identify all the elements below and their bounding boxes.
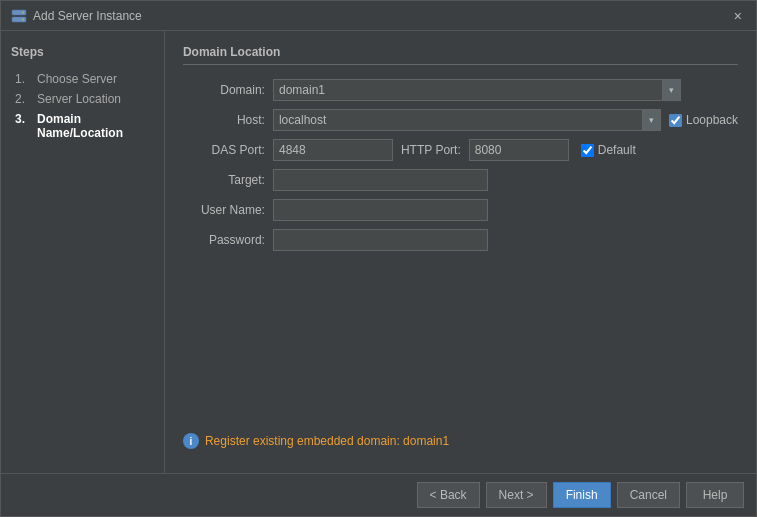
- domain-select-wrapper: ▾: [273, 79, 681, 101]
- sidebar-item-server-location: 2. Server Location: [11, 89, 154, 109]
- username-row: User Name:: [183, 199, 738, 221]
- host-input[interactable]: [273, 109, 643, 131]
- username-input[interactable]: [273, 199, 488, 221]
- password-label: Password:: [183, 233, 265, 247]
- das-port-input[interactable]: [273, 139, 393, 161]
- host-select-wrapper: ▾: [273, 109, 661, 131]
- default-checkbox-label[interactable]: Default: [581, 143, 636, 157]
- svg-point-2: [22, 11, 24, 13]
- default-checkbox[interactable]: [581, 144, 594, 157]
- main-panel: Domain Location Domain: ▾ Host:: [165, 31, 756, 473]
- form-area: Domain: ▾ Host: ▾: [183, 79, 738, 251]
- host-row: Host: ▾ Loopback: [183, 109, 738, 131]
- target-label: Target:: [183, 173, 265, 187]
- finish-button[interactable]: Finish: [553, 482, 611, 508]
- password-row: Password:: [183, 229, 738, 251]
- section-title: Domain Location: [183, 45, 738, 65]
- sidebar-heading: Steps: [11, 45, 154, 59]
- titlebar-left: Add Server Instance: [11, 8, 142, 24]
- domain-row: Domain: ▾: [183, 79, 738, 101]
- target-input[interactable]: [273, 169, 488, 191]
- loopback-checkbox[interactable]: [669, 114, 682, 127]
- password-input[interactable]: [273, 229, 488, 251]
- sidebar-item-choose-server: 1. Choose Server: [11, 69, 154, 89]
- close-button[interactable]: ×: [730, 8, 746, 24]
- domain-input[interactable]: [273, 79, 663, 101]
- default-label-text: Default: [598, 143, 636, 157]
- info-bar: i Register existing embedded domain: dom…: [183, 423, 738, 459]
- das-label: DAS Port:: [183, 143, 265, 157]
- domain-label: Domain:: [183, 83, 265, 97]
- server-icon: [11, 8, 27, 24]
- sidebar: Steps 1. Choose Server 2. Server Locatio…: [1, 31, 165, 473]
- info-message: Register existing embedded domain: domai…: [205, 434, 449, 448]
- loopback-label-text: Loopback: [686, 113, 738, 127]
- next-button[interactable]: Next >: [486, 482, 547, 508]
- domain-dropdown-arrow[interactable]: ▾: [663, 79, 681, 101]
- dialog-title: Add Server Instance: [33, 9, 142, 23]
- sidebar-item-domain-location: 3. Domain Name/Location: [11, 109, 154, 143]
- content: Steps 1. Choose Server 2. Server Locatio…: [1, 31, 756, 473]
- http-port-input[interactable]: [469, 139, 569, 161]
- cancel-button[interactable]: Cancel: [617, 482, 680, 508]
- dialog: Add Server Instance × Steps 1. Choose Se…: [0, 0, 757, 517]
- footer: < Back Next > Finish Cancel Help: [1, 473, 756, 516]
- info-icon: i: [183, 433, 199, 449]
- host-dropdown-arrow[interactable]: ▾: [643, 109, 661, 131]
- back-button[interactable]: < Back: [417, 482, 480, 508]
- host-label: Host:: [183, 113, 265, 127]
- help-button[interactable]: Help: [686, 482, 744, 508]
- step-1-num: 1.: [15, 72, 33, 86]
- step-1-label: Choose Server: [37, 72, 117, 86]
- titlebar: Add Server Instance ×: [1, 1, 756, 31]
- step-2-label: Server Location: [37, 92, 121, 106]
- username-label: User Name:: [183, 203, 265, 217]
- loopback-checkbox-label[interactable]: Loopback: [669, 113, 738, 127]
- http-label: HTTP Port:: [401, 143, 461, 157]
- target-row: Target:: [183, 169, 738, 191]
- step-2-num: 2.: [15, 92, 33, 106]
- das-port-row: DAS Port: HTTP Port: Default: [183, 139, 738, 161]
- svg-point-3: [22, 18, 24, 20]
- step-3-label: Domain Name/Location: [37, 112, 150, 140]
- step-3-num: 3.: [15, 112, 33, 140]
